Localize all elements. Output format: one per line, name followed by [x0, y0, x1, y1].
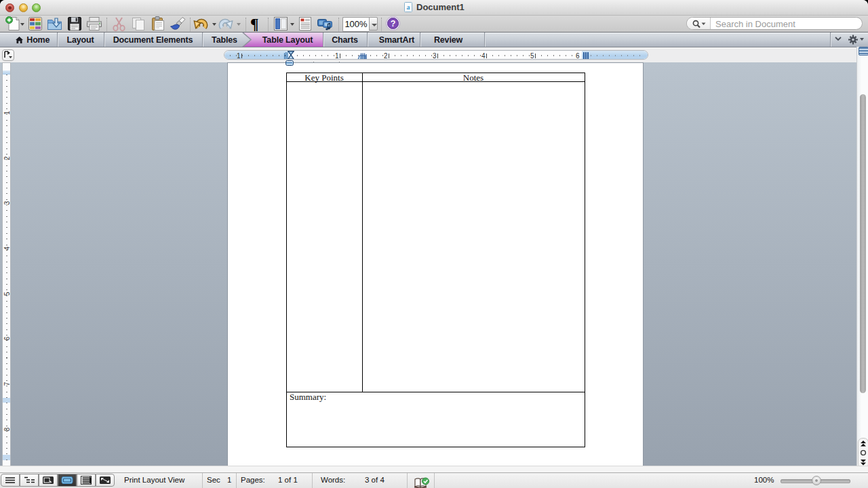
- svg-text:a: a: [407, 3, 410, 11]
- svg-text:?: ?: [391, 19, 396, 28]
